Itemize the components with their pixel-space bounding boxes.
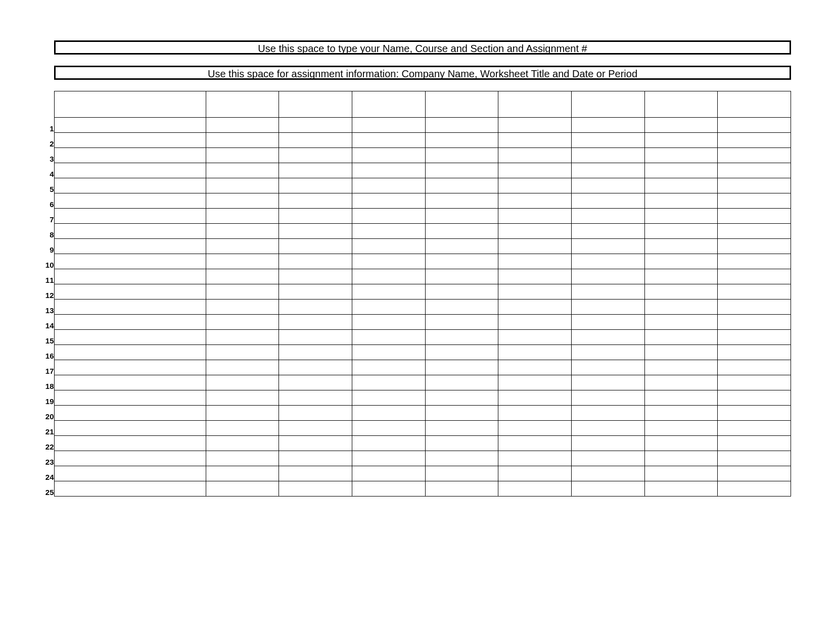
grid-cell[interactable] [352, 118, 425, 133]
grid-cell[interactable] [425, 406, 498, 421]
grid-cell[interactable] [206, 315, 279, 330]
grid-cell[interactable] [279, 330, 352, 345]
grid-cell[interactable] [54, 330, 206, 345]
column-header-cell[interactable] [54, 91, 206, 118]
grid-cell[interactable] [425, 360, 498, 375]
grid-cell[interactable] [718, 284, 791, 300]
grid-cell[interactable] [718, 178, 791, 193]
grid-cell[interactable] [54, 224, 206, 239]
grid-cell[interactable] [54, 345, 206, 360]
grid-cell[interactable] [498, 133, 572, 148]
grid-cell[interactable] [498, 481, 572, 497]
grid-cell[interactable] [425, 163, 498, 178]
grid-cell[interactable] [498, 375, 572, 390]
grid-cell[interactable] [54, 406, 206, 421]
grid-cell[interactable] [571, 360, 644, 375]
grid-cell[interactable] [279, 436, 352, 451]
grid-cell[interactable] [498, 163, 572, 178]
grid-cell[interactable] [498, 360, 572, 375]
grid-cell[interactable] [644, 133, 718, 148]
grid-cell[interactable] [206, 330, 279, 345]
grid-cell[interactable] [644, 451, 718, 466]
grid-cell[interactable] [352, 193, 425, 209]
grid-cell[interactable] [279, 269, 352, 284]
grid-cell[interactable] [718, 345, 791, 360]
grid-cell[interactable] [425, 178, 498, 193]
grid-cell[interactable] [279, 300, 352, 315]
grid-cell[interactable] [644, 118, 718, 133]
grid-cell[interactable] [352, 421, 425, 436]
grid-cell[interactable] [279, 209, 352, 224]
grid-cell[interactable] [279, 193, 352, 209]
grid-cell[interactable] [571, 345, 644, 360]
grid-cell[interactable] [279, 315, 352, 330]
grid-cell[interactable] [425, 466, 498, 481]
grid-cell[interactable] [206, 193, 279, 209]
grid-cell[interactable] [352, 406, 425, 421]
grid-cell[interactable] [571, 421, 644, 436]
grid-cell[interactable] [206, 148, 279, 163]
grid-cell[interactable] [571, 390, 644, 406]
grid-cell[interactable] [352, 481, 425, 497]
grid-cell[interactable] [425, 254, 498, 269]
grid-cell[interactable] [498, 300, 572, 315]
grid-cell[interactable] [571, 193, 644, 209]
grid-cell[interactable] [352, 330, 425, 345]
grid-cell[interactable] [571, 436, 644, 451]
grid-cell[interactable] [206, 284, 279, 300]
grid-cell[interactable] [352, 300, 425, 315]
grid-cell[interactable] [571, 300, 644, 315]
grid-cell[interactable] [718, 375, 791, 390]
grid-cell[interactable] [206, 345, 279, 360]
grid-cell[interactable] [425, 390, 498, 406]
grid-cell[interactable] [279, 360, 352, 375]
grid-cell[interactable] [644, 345, 718, 360]
grid-cell[interactable] [279, 375, 352, 390]
grid-cell[interactable] [352, 436, 425, 451]
grid-cell[interactable] [352, 133, 425, 148]
grid-cell[interactable] [571, 330, 644, 345]
grid-cell[interactable] [571, 451, 644, 466]
grid-cell[interactable] [54, 239, 206, 254]
grid-cell[interactable] [54, 360, 206, 375]
grid-cell[interactable] [425, 148, 498, 163]
grid-cell[interactable] [571, 315, 644, 330]
grid-cell[interactable] [644, 224, 718, 239]
grid-cell[interactable] [206, 300, 279, 315]
grid-cell[interactable] [718, 406, 791, 421]
grid-cell[interactable] [54, 133, 206, 148]
grid-cell[interactable] [279, 118, 352, 133]
grid-cell[interactable] [425, 436, 498, 451]
grid-cell[interactable] [571, 254, 644, 269]
grid-cell[interactable] [498, 315, 572, 330]
grid-cell[interactable] [498, 209, 572, 224]
grid-cell[interactable] [54, 375, 206, 390]
grid-cell[interactable] [54, 466, 206, 481]
grid-cell[interactable] [718, 436, 791, 451]
grid-cell[interactable] [352, 451, 425, 466]
grid-cell[interactable] [425, 451, 498, 466]
grid-cell[interactable] [206, 254, 279, 269]
column-header-cell[interactable] [425, 91, 498, 118]
grid-cell[interactable] [425, 481, 498, 497]
grid-cell[interactable] [644, 360, 718, 375]
grid-cell[interactable] [54, 209, 206, 224]
grid-cell[interactable] [718, 163, 791, 178]
grid-cell[interactable] [425, 315, 498, 330]
grid-cell[interactable] [279, 254, 352, 269]
grid-cell[interactable] [571, 133, 644, 148]
grid-cell[interactable] [54, 148, 206, 163]
grid-cell[interactable] [571, 481, 644, 497]
grid-cell[interactable] [279, 421, 352, 436]
grid-cell[interactable] [425, 224, 498, 239]
grid-cell[interactable] [206, 269, 279, 284]
grid-cell[interactable] [206, 421, 279, 436]
grid-cell[interactable] [279, 239, 352, 254]
grid-cell[interactable] [352, 224, 425, 239]
grid-cell[interactable] [498, 224, 572, 239]
grid-cell[interactable] [206, 163, 279, 178]
grid-cell[interactable] [571, 375, 644, 390]
grid-cell[interactable] [352, 375, 425, 390]
grid-cell[interactable] [54, 481, 206, 497]
grid-cell[interactable] [644, 421, 718, 436]
